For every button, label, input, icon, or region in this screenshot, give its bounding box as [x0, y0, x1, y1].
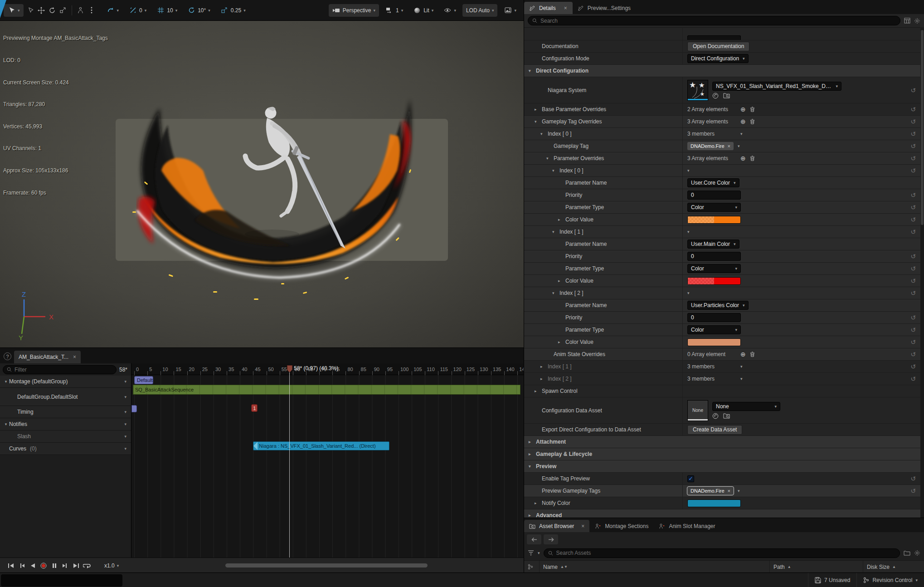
clipped-input[interactable]	[687, 35, 741, 40]
scale-snap-button[interactable]: 0.25 ▾	[217, 4, 249, 17]
caret-expanded-icon[interactable]: ▾	[529, 68, 533, 73]
sequence-segment[interactable]: SQ_BasicAttackSequence	[133, 385, 520, 395]
caret-collapsed-icon[interactable]: ▸	[535, 389, 539, 393]
property-dropdown[interactable]: Color▾	[687, 264, 741, 273]
row-enable-tag-preview[interactable]: Enable Tag Preview✓↺	[524, 473, 921, 485]
row-clipped[interactable]	[524, 28, 921, 40]
property-button[interactable]: Open Documentation	[687, 42, 749, 51]
gizmo-coordinate-button[interactable]: ▾	[103, 4, 123, 17]
gameplay-tag-chip[interactable]: DNADemo.Fire×	[687, 487, 734, 495]
row-spawn-control[interactable]: ▸Spawn Control	[524, 385, 921, 397]
track-row-defaultgroup-defaultslot[interactable]: DefaultGroup.DefaultSlot▾	[0, 388, 131, 406]
row-index-0[interactable]: ▾Index [ 0 ]3 members▾↺	[524, 128, 921, 140]
show-flags-button[interactable]: ▾	[440, 4, 460, 17]
row-preview-gameplay-tags[interactable]: Preview Gameplay TagsDNADemo.Fire×▾↺	[524, 485, 921, 497]
asset-search-input[interactable]: Search Assets	[544, 548, 900, 558]
row-priority-2[interactable]: Priority0↺	[524, 312, 921, 324]
property-dropdown[interactable]: Color▾	[687, 325, 741, 334]
reset-to-default-icon[interactable]: ↺	[910, 363, 916, 370]
revision-column-icon[interactable]	[524, 561, 540, 573]
chevron-down-icon[interactable]: ▾	[687, 291, 690, 295]
reset-to-default-icon[interactable]: ↺	[910, 204, 916, 211]
row-gameplay-lifecycle[interactable]: ▸Gameplay & Lifecycle	[524, 448, 921, 460]
row-notify-color[interactable]: ▸Notify Color	[524, 497, 921, 509]
details-search-input[interactable]: Search	[528, 16, 900, 25]
filter-funnel-icon[interactable]	[528, 550, 534, 556]
settings-gear-icon[interactable]	[914, 18, 920, 24]
timeline-track-area[interactable]: 0510152025303540455055606570758085909510…	[131, 363, 524, 558]
caret-expanded-icon[interactable]: ▾	[552, 168, 557, 173]
remove-tag-icon[interactable]: ×	[728, 488, 730, 494]
row-gameplay-tag-overrides[interactable]: ▾Gameplay Tag Overrides3 Array elements⊕…	[524, 116, 921, 128]
reset-to-default-icon[interactable]: ↺	[910, 228, 916, 235]
tab-preview-settings[interactable]: Preview...Settings	[573, 2, 636, 14]
move-tool-icon[interactable]	[37, 6, 45, 15]
caret-collapsed-icon[interactable]: ▸	[540, 377, 545, 381]
go-to-start-button[interactable]	[5, 561, 16, 571]
scale-tool-icon[interactable]	[59, 6, 67, 15]
forward-button[interactable]	[544, 534, 558, 544]
trash-icon[interactable]	[750, 119, 755, 124]
caret-expanded-icon[interactable]: ▾	[552, 230, 557, 234]
row-parameter-type-1[interactable]: Parameter TypeColor▾↺	[524, 263, 921, 275]
row-parameter-name-0[interactable]: Parameter NameUser.Core Color▾	[524, 177, 921, 189]
chevron-down-icon[interactable]: ▾	[687, 230, 690, 234]
chevron-down-icon[interactable]: ▾	[124, 446, 126, 451]
chevron-down-icon[interactable]: ▾	[740, 364, 743, 369]
use-selected-asset-icon[interactable]	[712, 413, 719, 419]
step-forward-button[interactable]	[60, 561, 71, 571]
tab-montage-sections[interactable]: Montage Sections	[590, 520, 653, 532]
property-dropdown[interactable]: Color▾	[687, 203, 741, 212]
color-swatch[interactable]	[687, 499, 741, 507]
row-color-value-2[interactable]: ▸Color Value↺	[524, 336, 921, 348]
reset-to-default-icon[interactable]: ↺	[910, 216, 916, 223]
chevron-down-icon[interactable]: ▾	[124, 395, 126, 399]
play-reverse-button[interactable]	[27, 561, 38, 571]
reset-to-default-icon[interactable]: ↺	[910, 326, 916, 333]
caret-expanded-icon[interactable]: ▾	[546, 156, 551, 161]
row-color-value-1[interactable]: ▸Color Value↺	[524, 275, 921, 287]
niagara-notify-chip[interactable]: Niagara : NS_VFX_01_Slash_Variant_Red...…	[253, 441, 389, 450]
row-configuration-data-asset[interactable]: Configuration Data AssetNoneNone▾	[524, 397, 921, 424]
display-options-icon[interactable]	[904, 18, 910, 24]
step-backward-button[interactable]	[16, 561, 27, 571]
reset-to-default-icon[interactable]: ↺	[910, 265, 916, 272]
color-swatch[interactable]	[687, 338, 741, 346]
row-advanced[interactable]: ▸Advanced	[524, 509, 921, 518]
add-element-icon[interactable]: ⊕	[740, 351, 746, 358]
caret-collapsed-icon[interactable]: ▸	[558, 217, 563, 222]
chevron-down-icon[interactable]: ▾	[124, 422, 126, 426]
track-row-curves[interactable]: Curves(0)▾	[0, 443, 131, 455]
track-row-slash[interactable]: Slash▾	[0, 430, 131, 443]
none-thumbnail[interactable]: None	[687, 400, 708, 421]
use-selected-asset-icon[interactable]	[712, 93, 719, 99]
chevron-down-icon[interactable]: ▾	[738, 489, 740, 493]
browse-to-asset-icon[interactable]	[723, 413, 730, 419]
add-element-icon[interactable]: ⊕	[740, 118, 746, 125]
add-element-icon[interactable]: ⊕	[740, 106, 746, 113]
column-path[interactable]: Path ▲	[770, 561, 863, 573]
reset-to-default-icon[interactable]: ↺	[910, 289, 916, 297]
caret-collapsed-icon[interactable]: ▸	[529, 440, 533, 444]
row-parameter-type-2[interactable]: Parameter TypeColor▾↺	[524, 324, 921, 336]
scrollbar-thumb[interactable]	[225, 563, 428, 567]
timeline-scrollbar[interactable]	[225, 563, 428, 567]
reset-to-default-icon[interactable]: ↺	[910, 142, 916, 150]
remove-tag-icon[interactable]: ×	[728, 143, 730, 149]
row-parameter-type-0[interactable]: Parameter TypeColor▾↺	[524, 201, 921, 214]
camera-mode-button[interactable]: Perspective ▾	[329, 4, 379, 17]
caret-collapsed-icon[interactable]: ▸	[535, 107, 539, 112]
caret-collapsed-icon[interactable]: ▸	[558, 279, 563, 283]
asset-dropdown[interactable]: None▾	[712, 402, 780, 411]
asset-dropdown[interactable]: NS_VFX_01_Slash_Variant_Red1_Smoke_Demo▾	[712, 82, 841, 91]
chevron-down-icon[interactable]: ▾	[738, 144, 740, 148]
property-dropdown[interactable]: User.Main Color▾	[687, 240, 739, 249]
reset-to-default-icon[interactable]: ↺	[910, 191, 916, 199]
row-param-index-2[interactable]: ▾Index [ 2 ]▾↺	[524, 287, 921, 299]
save-search-icon[interactable]	[904, 550, 910, 556]
row-anim-state-overrides[interactable]: Anim State Overrides0 Array element⊕↺	[524, 348, 921, 361]
row-attachment[interactable]: ▸Attachment	[524, 436, 921, 448]
checkbox-checked[interactable]: ✓	[687, 475, 694, 482]
row-niagara-system[interactable]: Niagara System★★★NS_VFX_01_Slash_Variant…	[524, 77, 921, 103]
help-icon[interactable]: ?	[4, 352, 11, 360]
